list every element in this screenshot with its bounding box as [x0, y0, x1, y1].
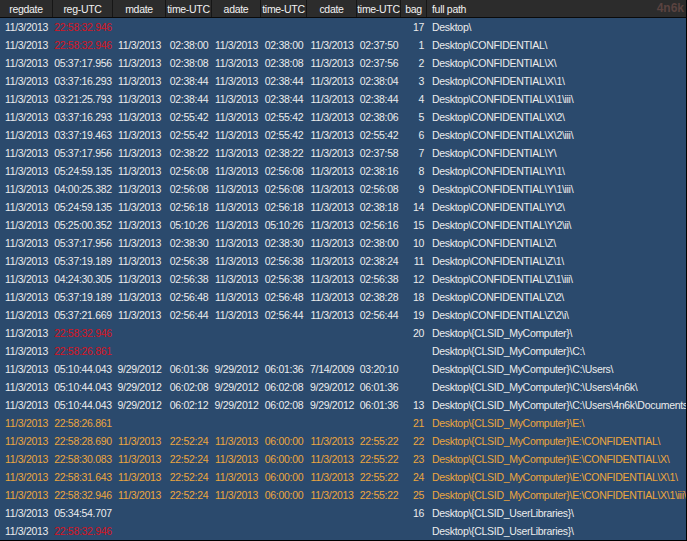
- table-row[interactable]: 11/3/201303:37:19.46311/3/201302:55:4211…: [0, 126, 686, 144]
- cell-full-path: Desktop\{CLSID_MyComputer}\E:\CONFIDENTI…: [427, 486, 686, 504]
- column-header-reg-utc[interactable]: reg-UTC: [53, 0, 113, 17]
- cell-atime-utc: 02:56:44: [261, 306, 307, 324]
- cell-mdate: 11/3/2013: [113, 162, 166, 180]
- shellbags-table-viewer: regdatereg-UTCmdatetime-UTCadatetime-UTC…: [0, 0, 687, 541]
- cell-regdate: 11/3/2013: [0, 18, 53, 36]
- table-row[interactable]: 11/3/201305:34:54.70716Desktop\{CLSID_Us…: [0, 504, 686, 522]
- cell-cdate: 11/3/2013: [307, 468, 357, 486]
- column-header-atime-utc[interactable]: time-UTC: [261, 0, 307, 17]
- cell-ctime-utc: 02:38:24: [357, 252, 401, 270]
- cell-reg-utc: 22:58:28.690: [53, 432, 113, 450]
- table-row[interactable]: 11/3/201305:24:59.13511/3/201302:56:0811…: [0, 162, 686, 180]
- cell-regdate: 11/3/2013: [0, 90, 53, 108]
- table-row[interactable]: 11/3/201305:37:21.66911/3/201302:56:4411…: [0, 306, 686, 324]
- table-row[interactable]: 11/3/201305:24:59.13511/3/201302:56:1811…: [0, 198, 686, 216]
- cell-atime-utc: 02:56:38: [261, 270, 307, 288]
- cell-reg-utc: 05:37:17.956: [53, 234, 113, 252]
- cell-atime-utc: 06:00:00: [261, 432, 307, 450]
- table-row[interactable]: 11/3/201303:37:16.29311/3/201302:38:4411…: [0, 72, 686, 90]
- column-header-mdate[interactable]: mdate: [113, 0, 166, 17]
- table-row[interactable]: 11/3/201303:37:16.29311/3/201302:55:4211…: [0, 108, 686, 126]
- cell-ctime-utc: 02:37:56: [357, 54, 401, 72]
- cell-atime-utc: 02:38:44: [261, 90, 307, 108]
- cell-bag: [401, 378, 427, 396]
- cell-regdate: 11/3/2013: [0, 108, 53, 126]
- table-row[interactable]: 11/3/201305:37:19.18911/3/201302:56:3811…: [0, 252, 686, 270]
- cell-full-path: Desktop\CONFIDENTIAL\Z\2\i\: [427, 306, 686, 324]
- table-row[interactable]: 11/3/201322:58:31.64311/3/201322:52:2411…: [0, 468, 686, 486]
- cell-mtime-utc: [166, 342, 212, 360]
- table-row[interactable]: 11/3/201322:58:26.86121Desktop\{CLSID_My…: [0, 414, 686, 432]
- table-row[interactable]: 11/3/201322:58:32.94620Desktop\{CLSID_My…: [0, 324, 686, 342]
- cell-mdate: 11/3/2013: [113, 270, 166, 288]
- cell-cdate: [307, 342, 357, 360]
- cell-reg-utc: 22:58:30.083: [53, 450, 113, 468]
- table-row[interactable]: 11/3/201322:58:32.94617Desktop\: [0, 18, 686, 36]
- cell-mtime-utc: 02:38:08: [166, 54, 212, 72]
- table-row[interactable]: 11/3/201322:58:28.69011/3/201322:52:2411…: [0, 432, 686, 450]
- table-row[interactable]: 11/3/201305:10:44.0439/29/201206:02:089/…: [0, 378, 686, 396]
- cell-full-path: Desktop\CONFIDENTIAL\X\: [427, 54, 686, 72]
- cell-adate: [212, 504, 261, 522]
- cell-regdate: 11/3/2013: [0, 504, 53, 522]
- table-row[interactable]: 11/3/201322:58:30.08311/3/201322:52:2411…: [0, 450, 686, 468]
- cell-adate: 11/3/2013: [212, 234, 261, 252]
- cell-bag: 17: [401, 18, 427, 36]
- table-row[interactable]: 11/3/201303:21:25.79311/3/201302:38:4411…: [0, 90, 686, 108]
- cell-mdate: 11/3/2013: [113, 288, 166, 306]
- cell-reg-utc: 05:10:44.043: [53, 360, 113, 378]
- cell-mdate: [113, 414, 166, 432]
- cell-reg-utc: 05:37:17.956: [53, 144, 113, 162]
- column-header-regdate[interactable]: regdate: [0, 0, 53, 17]
- column-header-mtime-utc[interactable]: time-UTC: [166, 0, 212, 17]
- cell-bag: 9: [401, 180, 427, 198]
- cell-mdate: [113, 504, 166, 522]
- cell-cdate: 11/3/2013: [307, 288, 357, 306]
- cell-bag: 6: [401, 126, 427, 144]
- table-row[interactable]: 11/3/201322:58:26.861Desktop\{CLSID_MyCo…: [0, 342, 686, 360]
- cell-adate: 9/29/2012: [212, 378, 261, 396]
- cell-reg-utc: 05:25:00.352: [53, 216, 113, 234]
- cell-mdate: 9/29/2012: [113, 378, 166, 396]
- cell-mdate: 11/3/2013: [113, 198, 166, 216]
- cell-mtime-utc: 02:56:08: [166, 180, 212, 198]
- cell-mdate: 11/3/2013: [113, 216, 166, 234]
- table-row[interactable]: 11/3/201305:25:00.35211/3/201305:10:2611…: [0, 216, 686, 234]
- column-header-bag[interactable]: bag: [401, 0, 427, 17]
- column-header-adate[interactable]: adate: [212, 0, 261, 17]
- cell-adate: [212, 342, 261, 360]
- cell-adate: 11/3/2013: [212, 126, 261, 144]
- table-row[interactable]: 11/3/201304:24:30.30511/3/201302:56:3811…: [0, 270, 686, 288]
- table-row[interactable]: 11/3/201322:58:32.946Desktop\{CLSID_User…: [0, 522, 686, 540]
- cell-mdate: 11/3/2013: [113, 90, 166, 108]
- cell-full-path: Desktop\{CLSID_MyComputer}\C:\Users\4n6k…: [427, 378, 686, 396]
- table-row[interactable]: 11/3/201305:37:17.95611/3/201302:38:0811…: [0, 54, 686, 72]
- cell-full-path: Desktop\CONFIDENTIAL\: [427, 36, 686, 54]
- table-row[interactable]: 11/3/201304:00:25.38211/3/201302:56:0811…: [0, 180, 686, 198]
- table-row[interactable]: 11/3/201305:37:17.95611/3/201302:38:2211…: [0, 144, 686, 162]
- table-row[interactable]: 11/3/201305:37:19.18911/3/201302:56:4811…: [0, 288, 686, 306]
- cell-mtime-utc: 02:56:08: [166, 162, 212, 180]
- cell-regdate: 11/3/2013: [0, 396, 53, 414]
- table-row[interactable]: 11/3/201305:10:44.0439/29/201206:02:129/…: [0, 396, 686, 414]
- cell-bag: 1: [401, 36, 427, 54]
- cell-regdate: 11/3/2013: [0, 486, 53, 504]
- column-header-ctime-utc[interactable]: time-UTC: [357, 0, 401, 17]
- cell-bag: 4: [401, 90, 427, 108]
- column-header-cdate[interactable]: cdate: [307, 0, 357, 17]
- column-header-full-path[interactable]: full path: [427, 0, 686, 17]
- cell-bag: 25: [401, 486, 427, 504]
- cell-mtime-utc: 22:52:24: [166, 486, 212, 504]
- cell-reg-utc: 22:58:32.946: [53, 486, 113, 504]
- table-row[interactable]: 11/3/201322:58:32.94611/3/201302:38:0011…: [0, 36, 686, 54]
- table-row[interactable]: 11/3/201305:10:44.0439/29/201206:01:369/…: [0, 360, 686, 378]
- cell-atime-utc: 02:56:38: [261, 252, 307, 270]
- cell-regdate: 11/3/2013: [0, 216, 53, 234]
- table-row[interactable]: 11/3/201305:37:17.95611/3/201302:38:3011…: [0, 234, 686, 252]
- table-row[interactable]: 11/3/201322:58:32.94611/3/201322:52:2411…: [0, 486, 686, 504]
- cell-adate: 11/3/2013: [212, 216, 261, 234]
- cell-mtime-utc: 02:55:42: [166, 126, 212, 144]
- cell-adate: 11/3/2013: [212, 36, 261, 54]
- cell-bag: 2: [401, 54, 427, 72]
- cell-cdate: 11/3/2013: [307, 108, 357, 126]
